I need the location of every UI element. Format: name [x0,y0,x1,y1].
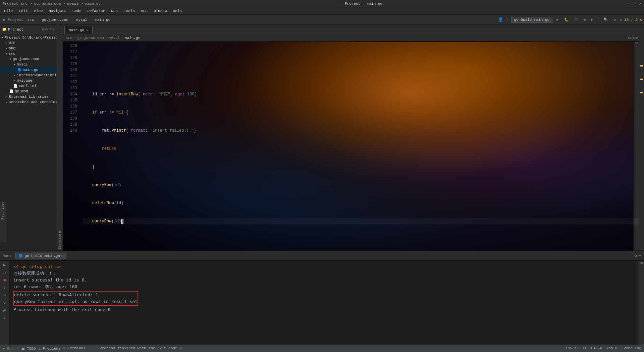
tree-label-go-mod: go.mod [15,89,28,93]
menu-edit[interactable]: Edit [16,8,30,14]
menu-help[interactable]: Help [170,8,184,14]
menu-view[interactable]: View [31,8,45,14]
code-line-134: deleteRow(id) [83,200,641,206]
tree-item-main-go[interactable]: 🔵 main.go [0,67,57,73]
toolbar-mysql: mysql [75,17,89,23]
build-config[interactable]: go build main.go [511,17,553,23]
tree-item-src[interactable]: ▾ src [0,51,57,56]
toolbar-person-icon: 👤 [498,17,503,22]
status-position: 135:17 [566,346,579,350]
run-collapse-button[interactable]: ─ [639,253,641,258]
bottom-todo-button[interactable]: ☰ TODO [21,346,36,351]
project-expand-icon[interactable]: ≡ [49,28,51,32]
bottom-panel: Run: 🔵 go build main.go ✕ ⚙ ─ ▶ ↺ ■ ↓ ≡ … [0,251,644,345]
main-layout: 📁 Project ⚙ ⟳ ≡ ✕ ▾ Project D:\Go\src\Pr… [0,25,644,251]
tree-item-mysql[interactable]: ▾ mysql [0,62,57,67]
tree-label-pkg: pkg [9,46,15,50]
maximize-button[interactable]: □ [633,1,635,6]
run-close-button[interactable]: ✕ [3,315,6,321]
close-button[interactable]: ✕ [639,1,641,6]
run-stop-button[interactable]: ■ [3,277,6,283]
project-close-icon[interactable]: ✕ [53,28,55,32]
menu-run[interactable]: Run [108,8,120,14]
tree-item-external-libs[interactable]: ▸ External Libraries [0,94,57,99]
tree-label-conf-ini: conf.ini [19,84,37,88]
menu-code[interactable]: Code [70,8,84,14]
run-tab-close[interactable]: ✕ [61,254,63,258]
run-settings-button[interactable]: ⚙ [635,253,637,258]
menu-navigate[interactable]: Navigate [46,8,69,14]
tree-label-external-libs: External Libraries [9,95,49,99]
run-print-button[interactable]: 🖨 [2,307,7,314]
run-tab-main[interactable]: 🔵 go build main.go ✕ [15,253,66,259]
menu-window[interactable]: Window [151,8,170,14]
tab-close-main-go[interactable]: ✕ [86,28,88,32]
status-tab-size: Tab 8 [606,346,618,350]
tree-label-scratches: Scratches and Consoles [9,100,57,104]
m-label[interactable]: M [639,262,643,264]
line-num-135: 135 [64,97,77,103]
tree-item-pkg[interactable]: ▸ pkg [0,46,57,51]
menu-tools[interactable]: Tools [121,8,138,14]
output-db-success: 连接数据库成功！！！ [13,270,634,277]
tree-item-bin[interactable]: ▸ bin [0,40,57,46]
line-numbers: 126 127 128 129 130 131 132 133 134 135 … [63,42,80,251]
line-num-130: 130 [64,67,77,73]
bottom-problems-button[interactable]: ⚠ Problems [39,346,61,351]
run-down-button[interactable]: ↓ [3,285,6,291]
favorites-label[interactable]: Favorites [1,202,5,220]
run-list-button[interactable]: ≡ [3,292,6,298]
search-everywhere-button[interactable]: 🔍 [602,17,609,23]
status-event-log[interactable]: Event Log [622,346,641,350]
structure-label[interactable]: Structure [58,231,62,249]
line-num-128: 128 [64,55,77,61]
project-label: Project [3,2,18,6]
run-rerun-button[interactable]: ↺ [3,270,6,276]
status-process-text: Process finished with the exit code 0 [100,346,181,350]
breadcrumb-src: src [66,36,72,40]
bottom-run-button[interactable]: ▶ Run [3,346,14,351]
tree-item-project[interactable]: ▾ Project D:\Go\src\Project [0,35,57,40]
breadcrumb-main-go: main.go [125,36,140,40]
menu-refactor[interactable]: Refactor [85,8,108,14]
toolbar-src: src [26,17,35,23]
tab-main-go[interactable]: main.go ✕ [64,26,93,34]
tree-label-src: src [9,52,15,56]
settings-button[interactable]: ⚙ [612,17,617,23]
code-content[interactable]: 126 127 128 129 130 131 132 133 134 135 … [63,42,644,251]
code-line-131: return [83,146,641,152]
debug-button[interactable]: 🐛 [563,17,570,23]
tree-item-interview[interactable]: ▸ interviewQuestionis [0,73,57,78]
coverage-button[interactable]: 🛡 [573,17,579,23]
run-play-button[interactable]: ▶ [3,262,6,268]
tree-item-mylogger[interactable]: ▸ mylogger [0,78,57,83]
toolbar-project: ▶ Project [2,17,24,23]
structure-strip: Structure [57,25,63,251]
tree-label-mylogger: mylogger [17,79,35,83]
back-button[interactable]: ◀ [582,17,587,23]
project-cog-icon[interactable]: ⚙ [42,28,44,32]
tree-item-go-junmu[interactable]: ▾ go.junmu.com [0,56,57,62]
tree-label-bin: bin [9,41,15,45]
project-sync-icon[interactable]: ⟳ [45,28,48,32]
minimize-button[interactable]: ─ [627,1,629,6]
toolbar-main-go: main.go [94,17,112,23]
tree-label-mysql: mysql [17,62,28,67]
code-line-136 [83,236,641,243]
forward-button[interactable]: ▶ [589,17,594,23]
title-bar: Project src > go.junmu.com > mysql > mai… [0,0,644,7]
run-filter-button[interactable]: ▽ [3,300,6,306]
code-editor[interactable]: id,err := insertRow( name: "李四", age: 10… [80,42,644,251]
code-line-127 [83,73,641,79]
output-setup-calls: <4 go setup calls> [13,263,634,270]
run-tab-icon: 🔵 [18,254,23,258]
tree-item-go-mod[interactable]: 📄 go.mod [0,89,57,94]
tree-item-conf-ini[interactable]: 📄 conf.ini [0,83,57,89]
run-button[interactable]: ▶ [555,17,560,23]
window-controls: ─ □ ✕ [627,1,641,6]
m-strip: M [638,261,644,345]
menu-vcs[interactable]: VCS [138,8,150,14]
menu-file[interactable]: File [1,8,15,14]
bottom-terminal-button[interactable]: > Terminal [63,346,86,350]
tree-item-scratches[interactable]: ☁ Scratches and Consoles [0,99,57,105]
